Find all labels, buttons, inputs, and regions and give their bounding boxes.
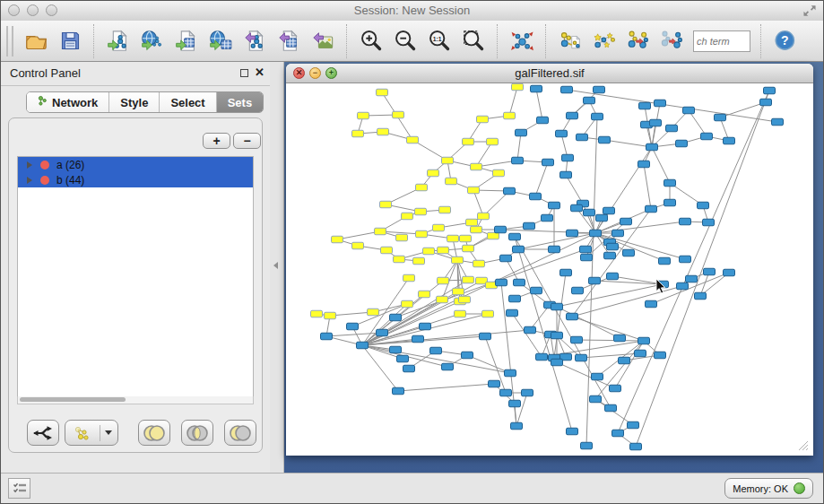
import-table-from-file-button[interactable] [171, 26, 202, 56]
graph-node [513, 246, 525, 253]
import-network-from-file-button[interactable] [103, 26, 134, 56]
import-network-web-icon [141, 29, 165, 53]
zoom-fit-content-button[interactable] [458, 26, 489, 56]
union-sets-button[interactable] [138, 420, 170, 446]
graph-node [635, 350, 646, 357]
zoom-out-button[interactable] [390, 26, 421, 56]
export-image-button[interactable] [308, 26, 338, 56]
set-row-a[interactable]: a (26) [18, 157, 253, 172]
graph-node [620, 218, 632, 225]
graph-node [393, 111, 404, 118]
graph-node [676, 140, 688, 147]
intersection-sets-button[interactable] [181, 420, 213, 446]
scrollbar-thumb[interactable] [20, 397, 126, 402]
graph-node [500, 389, 512, 396]
svg-text:?: ? [781, 33, 789, 48]
graph-node [607, 273, 619, 280]
toolbar-separator [545, 24, 547, 58]
expander-icon[interactable] [27, 177, 32, 184]
import-network-from-web-button[interactable] [137, 26, 168, 56]
graph-node [596, 214, 608, 222]
graph-node [471, 163, 482, 170]
first-neighbors-button[interactable] [589, 26, 620, 56]
graph-node [439, 206, 451, 213]
expander-icon[interactable] [27, 161, 32, 169]
add-set-button[interactable]: + [203, 133, 230, 149]
svg-text:1:1: 1:1 [432, 36, 441, 42]
toolbar-separator [346, 24, 348, 58]
network-canvas[interactable] [288, 83, 811, 454]
graph-node [413, 257, 425, 265]
export-network-button[interactable] [239, 26, 270, 56]
open-session-button[interactable] [21, 26, 51, 56]
show-all-button[interactable] [657, 26, 688, 56]
graph-node [524, 222, 535, 230]
graph-node [509, 400, 521, 407]
graph-node [549, 246, 560, 253]
graph-node [516, 129, 527, 136]
import-table-from-web-button[interactable] [205, 26, 236, 56]
graph-node [592, 373, 603, 380]
graph-node [686, 275, 698, 282]
set-row-b[interactable]: b (44) [18, 172, 253, 187]
graph-node [368, 308, 379, 316]
memory-status-button[interactable]: Memory: OK [724, 478, 813, 499]
panel-splitter[interactable] [270, 62, 284, 473]
control-panel: Control Panel ✕ Network Style Selec [1, 62, 270, 473]
graph-node [530, 193, 542, 200]
graph-node [488, 232, 499, 239]
graph-node [577, 134, 588, 141]
import-table-web-icon [209, 29, 233, 53]
control-panel-header: Control Panel ✕ [1, 62, 270, 86]
graph-node [584, 209, 595, 216]
toolbar-drag-handle[interactable] [6, 26, 13, 56]
close-panel-icon[interactable]: ✕ [255, 65, 265, 79]
graph-node [589, 277, 601, 284]
tab-network[interactable]: Network [27, 92, 109, 112]
graph-node [703, 219, 715, 226]
collapse-panel-icon[interactable] [273, 262, 278, 269]
zoom-in-button[interactable] [356, 26, 386, 56]
export-table-button[interactable] [273, 26, 304, 56]
search-input[interactable] [693, 30, 750, 52]
graph-node [512, 83, 524, 91]
remove-set-button[interactable]: − [233, 133, 261, 149]
hide-selected-button[interactable] [623, 26, 654, 56]
create-set-from-network-button[interactable] [65, 420, 118, 446]
task-history-button[interactable] [8, 478, 30, 499]
tab-label: Select [170, 96, 204, 109]
float-panel-icon[interactable] [240, 69, 248, 77]
network-view-window[interactable]: ✕ − + galFiltered.sif [286, 64, 813, 456]
expand-icon[interactable] [802, 3, 818, 19]
graph-node [562, 154, 574, 161]
tab-style[interactable]: Style [109, 92, 160, 112]
zoom-actual-size-button[interactable]: 1:1 [424, 26, 455, 56]
set-label: b (44) [56, 174, 84, 187]
tab-sets[interactable]: Sets [217, 92, 263, 112]
graph-node [605, 404, 617, 412]
save-icon [58, 29, 82, 53]
tab-label: Network [52, 96, 98, 109]
graph-node [377, 89, 388, 96]
graph-node [567, 230, 578, 237]
apply-preferred-layout-button[interactable] [507, 26, 537, 56]
graph-node [495, 226, 507, 233]
graph-node [504, 187, 516, 195]
graph-node [415, 208, 427, 215]
network-tab-icon [38, 95, 48, 109]
toolbar-separator [93, 24, 95, 58]
split-sets-button[interactable] [27, 420, 59, 446]
graph-node [463, 245, 474, 252]
net-transfer-icon [627, 29, 651, 53]
difference-sets-button[interactable] [224, 420, 256, 446]
graph-node [390, 346, 402, 353]
help-button[interactable]: ? [770, 26, 801, 56]
graph-node [463, 138, 474, 145]
tab-select[interactable]: Select [160, 92, 216, 112]
graph-node [551, 303, 563, 310]
save-session-button[interactable] [55, 26, 85, 56]
sets-list[interactable]: a (26) b (44) [17, 156, 254, 404]
new-network-from-selection-button[interactable] [555, 26, 585, 56]
horizontal-scrollbar[interactable] [17, 396, 254, 404]
network-window-titlebar[interactable]: ✕ − + galFiltered.sif [286, 64, 813, 83]
